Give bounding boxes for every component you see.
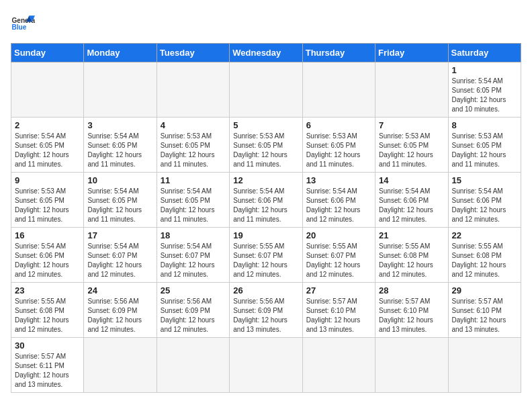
day-number: 15 bbox=[452, 175, 517, 185]
weekday-header-monday: Monday bbox=[84, 44, 157, 62]
day-info: Sunrise: 5:54 AM Sunset: 6:05 PM Dayligh… bbox=[87, 187, 152, 224]
calendar-cell: 21Sunrise: 5:55 AM Sunset: 6:08 PM Dayli… bbox=[375, 228, 448, 283]
day-info: Sunrise: 5:54 AM Sunset: 6:05 PM Dayligh… bbox=[15, 132, 80, 169]
day-number: 29 bbox=[452, 285, 517, 295]
weekday-header-friday: Friday bbox=[375, 44, 448, 62]
day-number: 8 bbox=[452, 120, 517, 130]
calendar-cell: 7Sunrise: 5:53 AM Sunset: 6:05 PM Daylig… bbox=[375, 118, 448, 173]
day-info: Sunrise: 5:57 AM Sunset: 6:10 PM Dayligh… bbox=[379, 297, 444, 334]
day-number: 23 bbox=[15, 285, 80, 295]
day-number: 6 bbox=[306, 120, 371, 130]
calendar-cell: 5Sunrise: 5:53 AM Sunset: 6:05 PM Daylig… bbox=[230, 118, 302, 173]
calendar-cell bbox=[375, 338, 448, 393]
day-number: 22 bbox=[452, 230, 517, 240]
day-number: 20 bbox=[306, 230, 371, 240]
day-info: Sunrise: 5:56 AM Sunset: 6:09 PM Dayligh… bbox=[87, 297, 152, 334]
day-number: 28 bbox=[379, 285, 444, 295]
calendar-cell: 1Sunrise: 5:54 AM Sunset: 6:05 PM Daylig… bbox=[448, 62, 521, 118]
calendar-cell bbox=[375, 62, 448, 118]
calendar-cell bbox=[157, 338, 229, 393]
day-number: 10 bbox=[87, 175, 152, 185]
day-info: Sunrise: 5:56 AM Sunset: 6:09 PM Dayligh… bbox=[233, 297, 298, 334]
calendar-cell: 2Sunrise: 5:54 AM Sunset: 6:05 PM Daylig… bbox=[11, 118, 84, 173]
day-number: 7 bbox=[379, 120, 444, 130]
calendar-cell: 26Sunrise: 5:56 AM Sunset: 6:09 PM Dayli… bbox=[230, 283, 302, 338]
calendar-cell bbox=[11, 62, 84, 118]
logo-icon: General Blue bbox=[11, 11, 35, 35]
calendar-cell: 12Sunrise: 5:54 AM Sunset: 6:06 PM Dayli… bbox=[230, 173, 302, 228]
day-number: 27 bbox=[306, 285, 371, 295]
day-info: Sunrise: 5:53 AM Sunset: 6:05 PM Dayligh… bbox=[452, 132, 517, 169]
calendar-cell: 17Sunrise: 5:54 AM Sunset: 6:07 PM Dayli… bbox=[84, 228, 157, 283]
calendar-cell: 14Sunrise: 5:54 AM Sunset: 6:06 PM Dayli… bbox=[375, 173, 448, 228]
day-number: 4 bbox=[161, 120, 226, 130]
day-info: Sunrise: 5:54 AM Sunset: 6:06 PM Dayligh… bbox=[306, 187, 371, 224]
calendar-cell: 22Sunrise: 5:55 AM Sunset: 6:08 PM Dayli… bbox=[448, 228, 521, 283]
day-info: Sunrise: 5:54 AM Sunset: 6:06 PM Dayligh… bbox=[233, 187, 298, 224]
weekday-header-saturday: Saturday bbox=[448, 44, 521, 62]
calendar-cell: 3Sunrise: 5:54 AM Sunset: 6:05 PM Daylig… bbox=[84, 118, 157, 173]
calendar-cell bbox=[157, 62, 229, 118]
day-info: Sunrise: 5:54 AM Sunset: 6:05 PM Dayligh… bbox=[452, 77, 517, 114]
day-info: Sunrise: 5:55 AM Sunset: 6:07 PM Dayligh… bbox=[306, 242, 371, 279]
day-info: Sunrise: 5:54 AM Sunset: 6:06 PM Dayligh… bbox=[379, 187, 444, 224]
day-number: 3 bbox=[87, 120, 152, 130]
calendar-cell bbox=[448, 338, 521, 393]
day-number: 30 bbox=[15, 340, 80, 351]
calendar-cell: 25Sunrise: 5:56 AM Sunset: 6:09 PM Dayli… bbox=[157, 283, 229, 338]
svg-text:Blue: Blue bbox=[11, 24, 26, 31]
day-info: Sunrise: 5:53 AM Sunset: 6:05 PM Dayligh… bbox=[161, 132, 226, 169]
weekday-header-wednesday: Wednesday bbox=[230, 44, 302, 62]
day-number: 18 bbox=[161, 230, 226, 240]
day-number: 25 bbox=[161, 285, 226, 295]
calendar-cell: 28Sunrise: 5:57 AM Sunset: 6:10 PM Dayli… bbox=[375, 283, 448, 338]
day-info: Sunrise: 5:54 AM Sunset: 6:07 PM Dayligh… bbox=[87, 242, 152, 279]
calendar-cell: 29Sunrise: 5:57 AM Sunset: 6:10 PM Dayli… bbox=[448, 283, 521, 338]
day-info: Sunrise: 5:54 AM Sunset: 6:05 PM Dayligh… bbox=[161, 187, 226, 224]
day-number: 12 bbox=[233, 175, 298, 185]
day-number: 14 bbox=[379, 175, 444, 185]
calendar-cell: 27Sunrise: 5:57 AM Sunset: 6:10 PM Dayli… bbox=[302, 283, 375, 338]
day-info: Sunrise: 5:53 AM Sunset: 6:05 PM Dayligh… bbox=[15, 187, 80, 224]
calendar-cell: 18Sunrise: 5:54 AM Sunset: 6:07 PM Dayli… bbox=[157, 228, 229, 283]
day-info: Sunrise: 5:53 AM Sunset: 6:05 PM Dayligh… bbox=[379, 132, 444, 169]
calendar-cell: 8Sunrise: 5:53 AM Sunset: 6:05 PM Daylig… bbox=[448, 118, 521, 173]
day-number: 9 bbox=[15, 175, 80, 185]
day-number: 1 bbox=[452, 65, 517, 75]
weekday-header-tuesday: Tuesday bbox=[157, 44, 229, 62]
day-info: Sunrise: 5:55 AM Sunset: 6:07 PM Dayligh… bbox=[233, 242, 298, 279]
day-number: 5 bbox=[233, 120, 298, 130]
calendar-cell: 23Sunrise: 5:55 AM Sunset: 6:08 PM Dayli… bbox=[11, 283, 84, 338]
day-info: Sunrise: 5:53 AM Sunset: 6:05 PM Dayligh… bbox=[306, 132, 371, 169]
calendar-cell: 4Sunrise: 5:53 AM Sunset: 6:05 PM Daylig… bbox=[157, 118, 229, 173]
calendar-cell: 11Sunrise: 5:54 AM Sunset: 6:05 PM Dayli… bbox=[157, 173, 229, 228]
day-info: Sunrise: 5:54 AM Sunset: 6:05 PM Dayligh… bbox=[87, 132, 152, 169]
day-info: Sunrise: 5:54 AM Sunset: 6:06 PM Dayligh… bbox=[452, 187, 517, 224]
day-number: 24 bbox=[87, 285, 152, 295]
calendar-cell: 20Sunrise: 5:55 AM Sunset: 6:07 PM Dayli… bbox=[302, 228, 375, 283]
calendar-cell: 24Sunrise: 5:56 AM Sunset: 6:09 PM Dayli… bbox=[84, 283, 157, 338]
day-info: Sunrise: 5:57 AM Sunset: 6:11 PM Dayligh… bbox=[15, 352, 80, 390]
day-number: 11 bbox=[161, 175, 226, 185]
calendar-cell: 13Sunrise: 5:54 AM Sunset: 6:06 PM Dayli… bbox=[302, 173, 375, 228]
calendar-cell bbox=[230, 62, 302, 118]
calendar-cell: 15Sunrise: 5:54 AM Sunset: 6:06 PM Dayli… bbox=[448, 173, 521, 228]
day-info: Sunrise: 5:55 AM Sunset: 6:08 PM Dayligh… bbox=[452, 242, 517, 279]
calendar-cell bbox=[84, 62, 157, 118]
calendar-cell: 6Sunrise: 5:53 AM Sunset: 6:05 PM Daylig… bbox=[302, 118, 375, 173]
day-number: 26 bbox=[233, 285, 298, 295]
weekday-header-sunday: Sunday bbox=[11, 44, 84, 62]
day-info: Sunrise: 5:53 AM Sunset: 6:05 PM Dayligh… bbox=[233, 132, 298, 169]
weekday-header-thursday: Thursday bbox=[302, 44, 375, 62]
calendar-cell: 30Sunrise: 5:57 AM Sunset: 6:11 PM Dayli… bbox=[11, 338, 84, 393]
day-number: 21 bbox=[379, 230, 444, 240]
calendar-cell bbox=[302, 338, 375, 393]
calendar-cell: 9Sunrise: 5:53 AM Sunset: 6:05 PM Daylig… bbox=[11, 173, 84, 228]
calendar-table: SundayMondayTuesdayWednesdayThursdayFrid… bbox=[11, 43, 521, 393]
day-info: Sunrise: 5:57 AM Sunset: 6:10 PM Dayligh… bbox=[452, 297, 517, 334]
day-number: 2 bbox=[15, 120, 80, 130]
day-info: Sunrise: 5:55 AM Sunset: 6:08 PM Dayligh… bbox=[379, 242, 444, 279]
page-header: General Blue bbox=[11, 11, 521, 35]
day-number: 17 bbox=[87, 230, 152, 240]
day-info: Sunrise: 5:56 AM Sunset: 6:09 PM Dayligh… bbox=[161, 297, 226, 334]
